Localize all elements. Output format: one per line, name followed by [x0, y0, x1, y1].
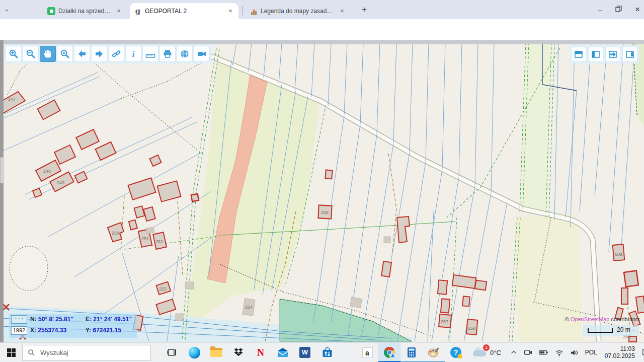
minimize-button[interactable]: – — [598, 6, 602, 14]
zoom-in-button[interactable] — [6, 46, 22, 62]
parcel-label: 251 — [141, 236, 149, 241]
tab-title: Działki na sprzedaż: Nagoszyn — [58, 8, 112, 15]
expand-panel-button[interactable] — [605, 47, 620, 62]
tab-geoportal[interactable]: g GEOPORTAL 2 × — [130, 3, 238, 19]
time-text: 11:03 — [620, 345, 635, 352]
toggle-top-panel-button[interactable] — [571, 47, 586, 62]
tab-title: Legenda do mapy zasadniczej — [261, 8, 335, 15]
link-button[interactable] — [108, 46, 124, 62]
parcel-label: 60a — [615, 252, 622, 257]
scale-label: 20 m — [617, 326, 630, 333]
edge-taskbar-icon[interactable] — [183, 343, 205, 362]
parcel-label: 248 — [43, 169, 51, 174]
x-label: X: — [30, 327, 36, 334]
parcel-label: 252 — [155, 239, 163, 244]
tab-close-icon[interactable]: × — [115, 7, 123, 15]
new-tab-button[interactable]: + — [358, 4, 370, 16]
toggle-left-panel-button[interactable] — [588, 47, 603, 62]
lon-value: 21° 24' 49.51" — [93, 316, 132, 323]
lat-label: N: — [30, 316, 37, 323]
taskbar-clock[interactable]: 11:0307.02.2025 — [604, 345, 635, 359]
crs-button[interactable]: 1992 — [11, 326, 27, 335]
parcel-label: 250 — [112, 231, 119, 236]
meet-now-icon[interactable] — [524, 349, 532, 356]
mail-icon[interactable] — [272, 343, 294, 362]
speaker-icon[interactable] — [570, 349, 579, 356]
system-tray: POL 11:0307.02.2025 — [506, 345, 644, 359]
geoportal-favicon: g — [134, 7, 142, 15]
pan-hand-button[interactable] — [40, 46, 56, 62]
parcel-label: 254 — [245, 305, 253, 310]
y-value: 672421.15 — [93, 327, 121, 334]
tab-dzialki[interactable]: Działki na sprzedaż: Nagoszyn × — [43, 3, 127, 19]
toggle-right-panel-button[interactable] — [622, 47, 637, 62]
page-top-band — [0, 40, 644, 44]
weather-widget[interactable]: 1 0°C — [467, 343, 506, 362]
weather-cloud-icon: 1 — [472, 347, 487, 357]
allegro-taskbar-icon[interactable]: a — [356, 343, 378, 362]
video-camera-button[interactable] — [194, 46, 210, 62]
field-strip-right — [519, 43, 552, 216]
tray-expand-chevron-icon[interactable] — [510, 349, 517, 356]
word-icon[interactable]: W — [294, 343, 316, 362]
paint-icon[interactable] — [423, 343, 445, 362]
next-view-button[interactable] — [91, 46, 107, 62]
tab-close-icon[interactable]: × — [226, 7, 234, 15]
calculator-icon[interactable] — [400, 343, 423, 362]
chrome-taskbar-icon[interactable] — [378, 343, 400, 362]
map-toolbar: i — [4, 44, 211, 63]
copyright-symbol: © — [565, 316, 569, 322]
start-button[interactable] — [0, 343, 22, 362]
tab-legenda[interactable]: Legenda do mapy zasadniczej × — [246, 3, 350, 19]
parcel-label: 258 — [468, 326, 475, 331]
svg-text:i: i — [132, 49, 135, 59]
parcel-label: 255 — [321, 210, 329, 215]
osm-link[interactable]: OpenStreetMap — [571, 316, 610, 322]
language-indicator[interactable]: POL — [585, 349, 597, 356]
restore-button[interactable] — [615, 5, 622, 14]
wifi-icon[interactable] — [555, 349, 564, 356]
date-text: 07.02.2025 — [605, 352, 635, 359]
parcel-label: 247 — [8, 97, 16, 102]
help-icon[interactable]: ? — [445, 343, 467, 362]
zoom-out-button[interactable] — [23, 46, 39, 62]
lat-value: 50° 8' 25.81" — [38, 316, 73, 323]
browser-toolbar: ← → polska.geoportal2.pl/map/www/mapa.ph… — [0, 19, 644, 40]
sidebar-handle[interactable] — [0, 157, 4, 183]
edge-logo — [189, 347, 200, 358]
tab-search-chevron-icon[interactable]: ⌄ — [4, 5, 10, 13]
print-button[interactable] — [159, 46, 176, 62]
chart-favicon — [250, 7, 258, 15]
panel-toggle-group — [570, 45, 639, 63]
microsoft-store-icon[interactable] — [316, 343, 338, 362]
measure-ruler-button[interactable] — [142, 46, 158, 62]
file-explorer-icon[interactable] — [205, 343, 227, 362]
zoom-extent-button[interactable] — [57, 46, 73, 62]
tab-title: GEOPORTAL 2 — [145, 8, 223, 15]
previous-view-button[interactable] — [74, 46, 90, 62]
battery-icon[interactable] — [539, 349, 548, 356]
globe-button[interactable] — [177, 46, 193, 62]
map-viewport: 24724824925025125225325425525725860a260 … — [0, 40, 644, 342]
window-controls: – × — [598, 0, 640, 19]
parcel-label: 253 — [159, 286, 167, 292]
dropbox-icon[interactable] — [227, 343, 250, 362]
netflix-icon[interactable]: N — [250, 343, 272, 362]
task-view-button[interactable] — [161, 343, 183, 362]
action-center-icon[interactable] — [641, 348, 644, 357]
lon-label: E: — [86, 316, 92, 323]
y-label: Y: — [86, 327, 91, 334]
temperature-text: 0°C — [490, 349, 501, 356]
close-window-button[interactable]: × — [635, 5, 640, 15]
windows-logo-icon — [7, 348, 16, 357]
windows-taskbar: Wyszukaj N W a ? 1 0°C POL 11:0307.02.20… — [0, 342, 644, 362]
x-value: 255374.33 — [38, 327, 66, 334]
taskbar-search-input[interactable]: Wyszukaj — [22, 345, 151, 360]
parcel-label: 257 — [441, 319, 448, 324]
map-canvas[interactable]: 24724824925025125225325425525725860a260 — [0, 40, 644, 342]
tab-close-icon[interactable]: × — [338, 7, 346, 15]
info-button[interactable]: i — [125, 46, 141, 62]
parcel-label: 249 — [57, 180, 64, 185]
degrees-format-button[interactable]: ° ' " — [11, 315, 27, 324]
folder-icon — [210, 348, 222, 357]
